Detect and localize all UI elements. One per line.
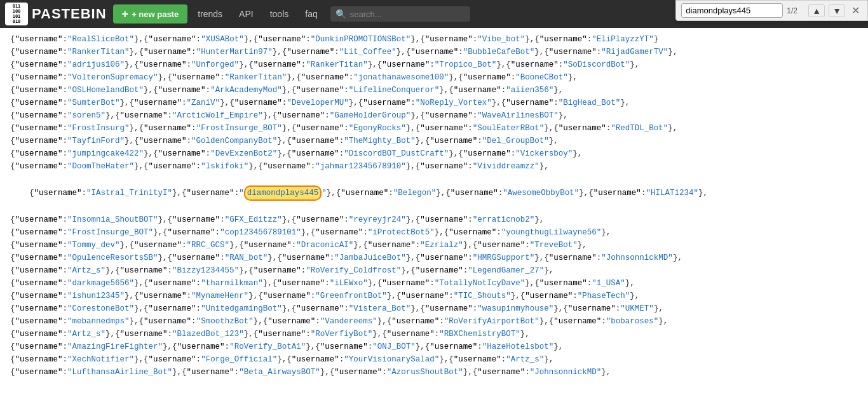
line-19: {"username":"ishun12345"},{"username":"M… [10,290,858,302]
line-11: {"username":"DoomTheHater"},{"username":… [10,160,858,173]
nav-faq[interactable]: faq [299,6,323,22]
line-3: {"username":"adrijus106"},{"username":"U… [10,58,858,71]
search-input[interactable] [350,10,465,19]
plus-icon: + [122,8,129,20]
nav-api[interactable]: API [233,6,260,22]
line-4: {"username":"VolteronSupremacy"},{"usern… [10,71,858,84]
new-paste-button[interactable]: + + new paste [113,4,188,24]
line-5: {"username":"OSLHomelandBot"},{"username… [10,84,858,97]
line-1: {"username":"RealSliceBot"},{"username":… [10,33,858,46]
line-8: {"username":"FrostInsurg"},{"username":"… [10,122,858,135]
line-16: {"username":"OpulenceResortsSB"},{"usern… [10,252,858,264]
line-25: {"username":"LufthansaAirline_Bot"},{"us… [10,366,858,379]
find-bar: 1/2 ▲ ▼ ✕ [675,0,868,21]
logo: 011100101010 PASTEBIN [5,3,107,25]
line-21: {"username":"mebannedmps"},{"username":"… [10,315,858,328]
line-9: {"username":"TayfinFord"},{"username":"G… [10,135,858,147]
line-highlighted: {"username":"IAstral_TrinityI"},{"userna… [10,173,858,213]
line-6: {"username":"SumterBot"},{"username":"Za… [10,97,858,109]
logo-icon: 011100101010 [5,3,28,25]
find-count: 1/2 [787,6,804,15]
find-prev-button[interactable]: ▲ [808,4,825,17]
search-match-highlight: diamondplays445 [244,185,322,201]
search-box[interactable]: 🔍 [330,6,470,22]
find-close-button[interactable]: ✕ [849,3,862,18]
nav-tools[interactable]: tools [264,6,295,22]
line-23: {"username":"AmazingFireFighter"},{"user… [10,340,858,353]
find-input[interactable] [681,3,783,18]
search-icon: 🔍 [336,9,346,19]
line-17: {"username":"Artz_s"},{"username":"Bizzy… [10,264,858,277]
line-22: {"username":"Artz_s"},{"username":"Blaze… [10,328,858,340]
line-20: {"username":"CorestoneBot"},{"username":… [10,302,858,315]
line-14: {"username":"FrostInsurge_BOT"},{"userna… [10,226,858,239]
line-13: {"username":"Insomnia_ShoutBOT"},{"usern… [10,213,858,226]
line-24: {"username":"XechNotifier"},{"username":… [10,353,858,366]
new-paste-label: + new paste [132,10,179,19]
line-18: {"username":"darkmage5656"},{"username":… [10,277,858,290]
nav-trends[interactable]: trends [191,6,229,22]
line-10: {"username":"jumpingcake422"},{"username… [10,147,858,160]
line-2: {"username":"RankerTitan"},{"username":"… [10,46,858,58]
logo-text: PASTEBIN [32,6,107,22]
paste-content: {"username":"RealSliceBot"},{"username":… [0,28,868,404]
line-7: {"username":"soren5"},{"username":"Arcti… [10,109,858,122]
find-next-button[interactable]: ▼ [829,4,845,17]
line-15: {"username":"Tommy_dev"},{"username":"RR… [10,239,858,252]
